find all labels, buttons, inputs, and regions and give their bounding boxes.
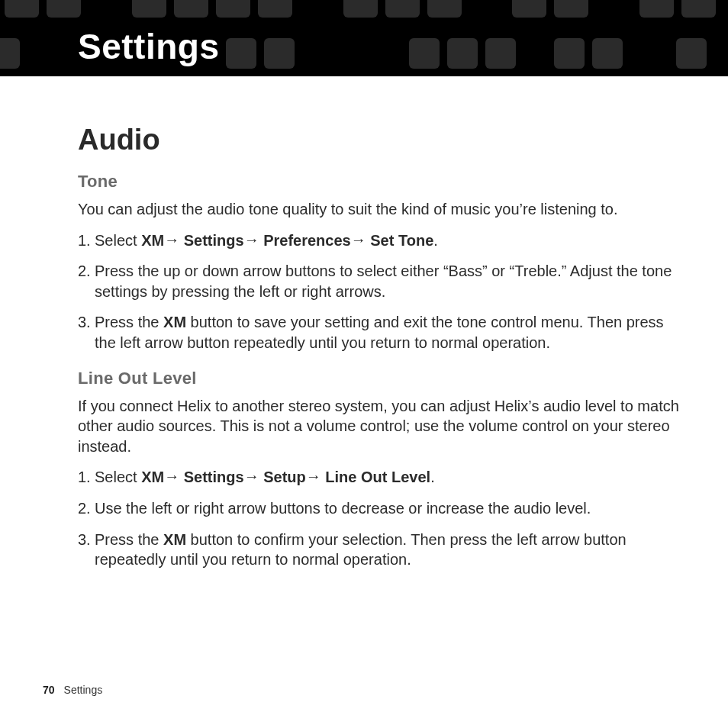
page-header-title: Settings bbox=[78, 26, 219, 67]
step-number: 1. bbox=[78, 467, 95, 488]
header-band: Settings bbox=[0, 0, 728, 76]
step-number: 3. bbox=[78, 312, 95, 353]
step-text: Select XM → Settings → Setup → Line Out … bbox=[95, 467, 685, 488]
step-number: 2. bbox=[78, 498, 95, 519]
step-text: Press the XM button to confirm your sele… bbox=[95, 530, 685, 570]
lineout-step-1: 1. Select XM → Settings → Setup → Line O… bbox=[78, 467, 685, 488]
page-number: 70 bbox=[43, 684, 55, 696]
subsection-title-lineout: Line Out Level bbox=[78, 369, 685, 388]
tone-intro: You can adjust the audio tone quality to… bbox=[78, 199, 685, 220]
page-footer: 70 Settings bbox=[43, 684, 102, 696]
step-text: Press the XM button to save your setting… bbox=[95, 312, 685, 353]
page-content: Audio Tone You can adjust the audio tone… bbox=[0, 76, 728, 570]
lineout-step-2: 2. Use the left or right arrow buttons t… bbox=[78, 498, 685, 519]
footer-label: Settings bbox=[64, 684, 103, 696]
decor-row-top bbox=[0, 0, 728, 18]
lineout-step-3: 3. Press the XM button to confirm your s… bbox=[78, 530, 685, 570]
step-text: Select XM → Settings → Preferences → Set… bbox=[95, 230, 685, 251]
lineout-intro: If you connect Helix to another stereo s… bbox=[78, 396, 685, 457]
manual-page: Settings Audio Tone You can adjust the a… bbox=[0, 0, 728, 728]
tone-step-2: 2. Press the up or down arrow buttons to… bbox=[78, 261, 685, 301]
step-number: 1. bbox=[78, 230, 95, 251]
tone-step-1: 1. Select XM → Settings → Preferences → … bbox=[78, 230, 685, 251]
step-number: 3. bbox=[78, 530, 95, 570]
step-number: 2. bbox=[78, 261, 95, 301]
step-text: Use the left or right arrow buttons to d… bbox=[95, 498, 685, 519]
step-text: Press the up or down arrow buttons to se… bbox=[95, 261, 685, 301]
section-title-audio: Audio bbox=[78, 124, 685, 156]
subsection-title-tone: Tone bbox=[78, 172, 685, 192]
tone-step-3: 3. Press the XM button to save your sett… bbox=[78, 312, 685, 353]
